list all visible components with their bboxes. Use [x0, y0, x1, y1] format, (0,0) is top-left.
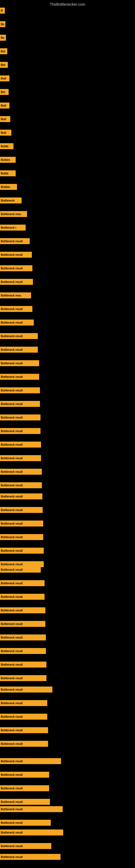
bottleneck-bar[interactable]: Bott — [0, 102, 9, 108]
bottleneck-bar[interactable]: Bottleneck r — [0, 225, 26, 230]
bottleneck-bar[interactable]: Bottleneck result — [0, 634, 46, 641]
bottleneck-bar[interactable]: Bottleneck result — [0, 507, 43, 513]
bottleneck-bar[interactable]: Bott — [0, 116, 10, 122]
bottleneck-bar[interactable]: Bott — [0, 130, 11, 135]
bottleneck-bar[interactable]: Bottlen — [0, 184, 17, 190]
bar-row: Bottleneck result — [0, 442, 41, 447]
bar-row: Bottle — [0, 143, 13, 149]
bottleneck-bar[interactable]: Bottlen — [0, 157, 16, 163]
bottleneck-bar[interactable]: Bottleneck result — [0, 279, 33, 285]
bottleneck-bar[interactable]: Bottleneck result — [0, 360, 39, 366]
bottleneck-bar[interactable]: Bottleneck result — [0, 347, 38, 352]
bar-row: Bottleneck result — [0, 333, 38, 339]
bottleneck-bar[interactable]: Bottleneck result — [0, 521, 43, 527]
bar-row: Bottleneck result — [0, 521, 43, 527]
bottleneck-bar[interactable]: Bottle — [0, 143, 13, 149]
bar-row: Bottleneck result — [0, 414, 41, 421]
bar-row: Bottleneck result — [0, 252, 32, 258]
bottleneck-bar[interactable]: Bottleneck result — [0, 594, 45, 600]
bottleneck-bar[interactable]: Bottleneck result — [0, 758, 61, 764]
bottleneck-bar[interactable]: Bottleneck result — [0, 661, 46, 668]
bottleneck-bar[interactable]: Bottleneck result — [0, 252, 32, 258]
bottleneck-bar[interactable]: Bottleneck result — [0, 238, 30, 244]
bottleneck-bar[interactable]: Bottleneck result — [0, 843, 51, 849]
bottleneck-bar[interactable]: Bottleneck result — [0, 785, 49, 791]
bar-row: Bottleneck result — [0, 830, 63, 835]
bar-row: Bottleneck result — [0, 507, 43, 513]
bottleneck-bar[interactable]: B — [0, 8, 5, 13]
bar-row: Bottleneck result — [0, 319, 34, 326]
bar-row: Bottleneck result — [0, 799, 50, 805]
bottleneck-bar[interactable]: Bottleneck result — [0, 854, 60, 860]
bar-row: Bottleneck result — [0, 548, 44, 554]
bar-row: Bottleneck result — [0, 806, 63, 812]
bar-row: Bottleneck resu — [0, 292, 31, 299]
bottleneck-bar[interactable]: Bottleneck result — [0, 607, 45, 613]
bottleneck-bar[interactable]: Bottleneck result — [0, 319, 34, 326]
bottleneck-bar[interactable]: Bottleneck result — [0, 700, 47, 706]
bottleneck-bar[interactable]: Bottleneck result — [0, 374, 39, 380]
bottleneck-bar[interactable]: Bottleneck result — [0, 428, 41, 434]
bar-row: Bottleneck result — [0, 238, 30, 244]
bottleneck-bar[interactable]: Bottleneck result — [0, 567, 41, 572]
bar-row: Bottleneck result — [0, 401, 40, 407]
bottleneck-bar[interactable]: Bo — [0, 35, 6, 41]
bar-row: Bottleneck result — [0, 727, 48, 733]
site-title: TheBottlenecker.com — [0, 0, 135, 8]
bottleneck-bar[interactable]: Bottleneck result — [0, 469, 42, 475]
bar-row: Bo — [0, 35, 6, 41]
bottleneck-bar[interactable]: Bottleneck result — [0, 741, 48, 747]
bottleneck-bar[interactable]: Bottleneck result — [0, 534, 43, 540]
bar-row: Bottleneck result — [0, 428, 41, 434]
bottleneck-bar[interactable]: Bottleneck result — [0, 388, 40, 393]
bottleneck-bar[interactable]: Bottleneck result — [0, 820, 51, 826]
bottleneck-bar[interactable]: Bott — [0, 75, 9, 82]
bar-row: Bottleneck result — [0, 306, 32, 312]
bottleneck-bar[interactable]: Bottleneck result — [0, 686, 52, 692]
bar-row: Bottlen — [0, 184, 17, 190]
bottleneck-bar[interactable]: Bottleneck result — [0, 455, 41, 461]
bottleneck-bar[interactable]: Bottleneck result — [0, 442, 41, 447]
bottleneck-bar[interactable]: Bottleneck result — [0, 675, 46, 681]
bottleneck-bar[interactable]: Bottleneck result — [0, 561, 44, 567]
bottleneck-bar[interactable]: Bottleneck result — [0, 648, 46, 654]
bottleneck-bar[interactable]: Bottleneck result — [0, 414, 41, 421]
bottleneck-bar[interactable]: Bot — [0, 62, 8, 68]
bar-row: Bottleneck result — [0, 785, 49, 791]
bar-row: Bottleneck result — [0, 843, 51, 849]
bottleneck-bar[interactable]: Bottleneck result — [0, 580, 45, 586]
bottleneck-bar[interactable]: Bottleneck result — [0, 265, 32, 271]
bottleneck-bar[interactable]: Bottleneck result — [0, 714, 47, 720]
bottleneck-bar[interactable]: Bottleneck result — [0, 621, 45, 627]
bottleneck-bar[interactable]: Bottleneck result — [0, 727, 48, 733]
bar-row: Bottle — [0, 170, 16, 176]
bottleneck-bar[interactable]: Bot — [0, 48, 7, 54]
bottleneck-bar[interactable]: Bottleneck result — [0, 333, 38, 339]
bottleneck-bar[interactable]: Bottleneck result — [0, 772, 49, 778]
bottleneck-bar[interactable]: Bottleneck resu — [0, 292, 31, 299]
bottleneck-bar[interactable]: Bottleneck result — [0, 493, 42, 499]
bar-row: Bottleneck result — [0, 854, 60, 860]
bar-row: Bottleneck result — [0, 561, 44, 567]
bar-row: Bottleneck result — [0, 634, 46, 641]
bottleneck-bar[interactable]: Bottleneck result — [0, 806, 63, 812]
bottleneck-bar[interactable]: Bottleneck resu — [0, 211, 27, 217]
bar-row: Bottleneck result — [0, 686, 52, 692]
bar-row: Bottleneck — [0, 197, 21, 204]
bar-row: Bot — [0, 48, 7, 54]
bar-row: Bott — [0, 130, 11, 135]
bottleneck-bar[interactable]: Bottleneck — [0, 197, 21, 204]
bottleneck-bar[interactable]: Bot — [0, 89, 9, 95]
bar-row: Bottleneck result — [0, 594, 45, 600]
bar-row: Bottleneck result — [0, 661, 46, 668]
bottleneck-bar[interactable]: Bottleneck result — [0, 306, 32, 312]
bottleneck-bar[interactable]: Bottle — [0, 170, 16, 176]
bottleneck-bar[interactable]: Bottleneck result — [0, 401, 40, 407]
bottleneck-bar[interactable]: Bottleneck result — [0, 799, 50, 805]
bottleneck-bar[interactable]: Bottleneck result — [0, 830, 63, 835]
bar-row: Bottleneck result — [0, 482, 42, 488]
bar-row: Bottleneck result — [0, 388, 40, 393]
bottleneck-bar[interactable]: Bottleneck result — [0, 548, 44, 554]
bottleneck-bar[interactable]: Bottleneck result — [0, 482, 42, 488]
bottleneck-bar[interactable]: Bo — [0, 21, 5, 27]
